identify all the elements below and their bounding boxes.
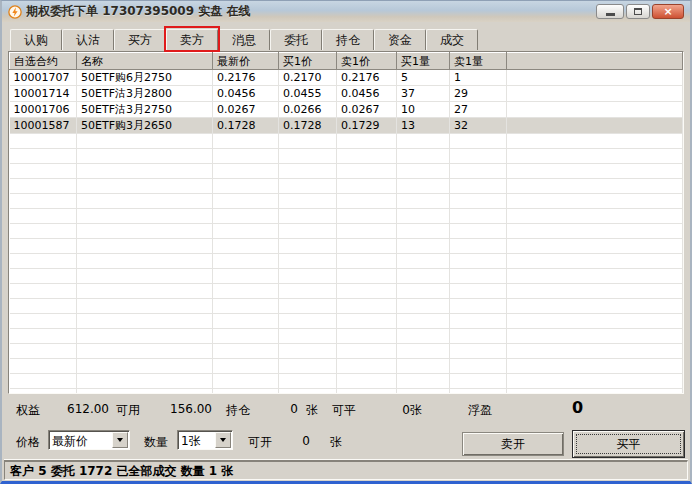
table-cell: [397, 374, 450, 389]
table-row[interactable]: 1000171450ETF沽3月28000.04560.04550.045637…: [10, 86, 683, 102]
col-header-contract[interactable]: 自选合约: [10, 53, 77, 70]
table-cell: [450, 209, 507, 224]
table-cell: [10, 344, 77, 359]
col-header-ask1-vol[interactable]: 卖1量: [450, 53, 507, 70]
table-cell: [507, 102, 683, 118]
table-cell: [397, 164, 450, 179]
table-header-row: 自选合约 名称 最新价 买1价 卖1价 买1量 卖1量: [10, 53, 683, 70]
table-cell: 5: [397, 70, 450, 86]
table-cell: [450, 284, 507, 299]
table-cell: [507, 314, 683, 329]
table-cell: [279, 284, 337, 299]
table-cell: [213, 359, 279, 374]
table-cell: [77, 134, 213, 149]
table-cell: [337, 134, 397, 149]
table-cell: [77, 344, 213, 359]
table-cell: [507, 164, 683, 179]
tab-funds[interactable]: 资金: [374, 29, 426, 50]
col-header-name[interactable]: 名称: [77, 53, 213, 70]
table-cell: [397, 254, 450, 269]
maximize-button[interactable]: [626, 4, 650, 19]
float-pnl-value: 0: [572, 398, 583, 417]
table-empty-row: [10, 179, 683, 194]
table-cell: [10, 284, 77, 299]
table-cell: [397, 134, 450, 149]
buy-close-button[interactable]: 买平: [572, 430, 685, 458]
sell-open-button[interactable]: 卖开: [462, 432, 564, 456]
table-empty-row: [10, 359, 683, 374]
table-empty-row: [10, 299, 683, 314]
table-cell: [279, 374, 337, 389]
col-header-bid1-vol[interactable]: 买1量: [397, 53, 450, 70]
table-cell: [77, 299, 213, 314]
table-cell: [77, 269, 213, 284]
table-cell: [450, 164, 507, 179]
table-cell: 0.0266: [279, 102, 337, 118]
tab-trades[interactable]: 成交: [426, 29, 478, 50]
table-cell: [337, 224, 397, 239]
table-cell: [397, 269, 450, 284]
table-cell: [507, 86, 683, 102]
close-button[interactable]: ×: [652, 4, 684, 19]
tab-call-subscribe[interactable]: 认购: [10, 29, 62, 50]
table-empty-row: [10, 209, 683, 224]
table-row[interactable]: 1000170650ETF沽3月27500.02670.02660.026710…: [10, 102, 683, 118]
price-select-value: 最新价: [49, 431, 111, 449]
tab-positions[interactable]: 持仓: [322, 29, 374, 50]
quantity-select-dropdown-button[interactable]: [215, 432, 231, 448]
tab-sell-side[interactable]: 卖方: [166, 29, 218, 50]
table-cell: [450, 149, 507, 164]
table-cell: [450, 359, 507, 374]
table-cell: [507, 269, 683, 284]
table-cell: [337, 329, 397, 344]
table-cell: [77, 209, 213, 224]
table-cell: [77, 254, 213, 269]
table-cell: [279, 254, 337, 269]
table-cell: [77, 374, 213, 389]
table-cell: [213, 134, 279, 149]
table-cell: [337, 254, 397, 269]
table-cell: [337, 194, 397, 209]
col-header-bid1-price[interactable]: 买1价: [279, 53, 337, 70]
table-cell: [213, 179, 279, 194]
table-empty-row: [10, 239, 683, 254]
table-cell: 50ETF沽3月2750: [77, 102, 213, 118]
table-cell: [397, 314, 450, 329]
table-cell: [10, 359, 77, 374]
table-cell: [397, 194, 450, 209]
table-cell: [507, 284, 683, 299]
col-header-ask1-price[interactable]: 卖1价: [337, 53, 397, 70]
table-row[interactable]: 1000158750ETF购3月26500.17280.17280.172913…: [10, 118, 683, 134]
quantity-select[interactable]: 1张: [177, 430, 233, 450]
table-cell: [507, 344, 683, 359]
maximize-icon: [634, 8, 642, 15]
table-cell: 0.2170: [279, 70, 337, 86]
tab-buy-side[interactable]: 买方: [114, 29, 166, 50]
table-cell: 10001714: [10, 86, 77, 102]
table-cell: [337, 359, 397, 374]
table-cell: 10001587: [10, 118, 77, 134]
table-cell: [213, 374, 279, 389]
table-cell: [450, 329, 507, 344]
table-cell: [10, 224, 77, 239]
position-value: 0: [270, 402, 298, 416]
price-select-dropdown-button[interactable]: [112, 432, 128, 448]
col-header-last-price[interactable]: 最新价: [213, 53, 279, 70]
equity-label: 权益: [16, 402, 40, 419]
price-select[interactable]: 最新价: [48, 430, 130, 450]
table-cell: [450, 239, 507, 254]
app-window: 期权委托下单 17307395009 实盘 在线 × 认购 认沽 买方 卖方 消…: [0, 0, 692, 484]
tab-messages[interactable]: 消息: [218, 29, 270, 50]
table-cell: [337, 344, 397, 359]
position-unit: 张: [306, 402, 318, 419]
tab-put-subscribe[interactable]: 认沽: [62, 29, 114, 50]
table-cell: [450, 269, 507, 284]
table-cell: 10: [397, 102, 450, 118]
chevron-down-icon: [220, 438, 226, 442]
tab-orders[interactable]: 委托: [270, 29, 322, 50]
title-bar[interactable]: 期权委托下单 17307395009 实盘 在线 ×: [2, 1, 690, 22]
openable-label: 可开: [248, 434, 272, 451]
table-row[interactable]: 1000170750ETF购6月27500.21760.21700.217651: [10, 70, 683, 86]
table-cell: [397, 209, 450, 224]
minimize-button[interactable]: [596, 4, 624, 19]
